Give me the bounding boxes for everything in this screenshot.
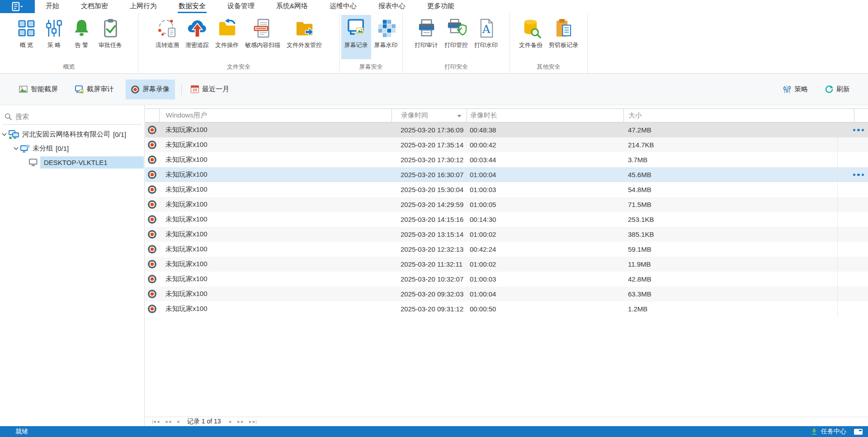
record-icon <box>148 275 156 283</box>
table-row[interactable]: 未知玩家x100 2025-03-20 12:32:13 00:42:24 59… <box>145 242 868 257</box>
next-page-button[interactable]: ► <box>229 419 232 424</box>
computer-tree-panel: 河北安固云网络科技有限公司 [0/1] 未分组 [0/1] DESKTOP-VL… <box>0 105 145 426</box>
ribbon-group-label: 屏幕安全 <box>340 63 402 71</box>
tray-window-icon[interactable] <box>854 429 863 435</box>
file-outgoing-control-button[interactable]: 文件外发管控 <box>283 15 325 59</box>
table-row[interactable]: 未知玩家x100 2025-03-20 09:31:12 00:00:50 1.… <box>145 301 868 316</box>
table-header: Windows用户 录像时间 录像时长 大小 <box>145 108 868 122</box>
chevron-down-icon[interactable] <box>14 147 19 150</box>
row-record-duration: 01:00:04 <box>467 171 623 179</box>
header-size[interactable]: 大小 <box>623 109 854 122</box>
policy-toolbar-button[interactable]: 策略 <box>778 80 813 99</box>
leak-tracking-button[interactable]: 泄密追踪 <box>182 15 212 59</box>
sort-desc-icon[interactable] <box>457 115 462 117</box>
organization-icon <box>9 130 19 139</box>
table-row[interactable]: 未知玩家x100 2025-03-20 17:35:14 00:00:42 21… <box>145 137 868 152</box>
status-text: 就绪 <box>0 428 28 436</box>
row-windows-user: 未知玩家x100 <box>159 290 392 298</box>
header-record-time[interactable]: 录像时间 <box>392 109 467 122</box>
search-input[interactable] <box>15 113 124 120</box>
menu-tab-system-network[interactable]: 系统&网络 <box>275 0 309 13</box>
first-page-button[interactable]: |◄◄ <box>152 419 160 424</box>
header-spacer <box>854 109 868 122</box>
tree-node-ungrouped[interactable]: 未分组 [0/1] <box>0 141 144 155</box>
chevron-down-icon[interactable] <box>2 133 7 136</box>
row-actions-button[interactable] <box>853 174 864 176</box>
row-record-time: 2025-03-20 09:32:03 <box>392 290 467 298</box>
row-record-duration: 01:00:05 <box>467 201 623 208</box>
alert-button[interactable]: 告 警 <box>68 15 95 59</box>
table-row[interactable]: 未知玩家x100 2025-03-20 10:32:07 01:00:03 42… <box>145 272 868 287</box>
table-row[interactable]: 未知玩家x100 2025-03-20 15:30:04 01:00:03 54… <box>145 182 868 197</box>
tree-node-company[interactable]: 河北安固云网络科技有限公司 [0/1] <box>0 127 144 141</box>
menu-tab-start[interactable]: 开始 <box>45 0 60 13</box>
overview-button[interactable]: 概 览 <box>13 15 40 59</box>
table-row[interactable]: 未知玩家x100 2025-03-20 13:15:14 01:00:02 38… <box>145 227 868 242</box>
node-count: [0/1] <box>113 131 126 138</box>
record-icon <box>148 141 156 149</box>
menu-tab-ops-center[interactable]: 运维中心 <box>329 0 358 13</box>
tree-node-computer[interactable]: DESKTOP-VLKTLE1 <box>0 155 144 169</box>
fast-next-page-button[interactable]: ►► <box>237 419 244 424</box>
print-watermark-button[interactable]: 打印水印 <box>471 15 501 59</box>
screen-recording-icon <box>131 85 139 94</box>
record-icon <box>148 215 156 224</box>
smart-screenshot-button[interactable]: 智能截屏 <box>14 80 63 99</box>
screen-record-icon <box>345 18 367 39</box>
menu-tab-data-security[interactable]: 数据安全 <box>178 0 207 13</box>
table-row[interactable]: 未知玩家x100 2025-03-20 14:29:59 01:00:05 71… <box>145 197 868 212</box>
record-icon <box>148 230 156 239</box>
table-row[interactable]: 未知玩家x100 2025-03-20 16:30:07 01:00:04 45… <box>145 167 868 182</box>
screen-recording-button[interactable]: 屏幕录像 <box>126 80 175 99</box>
ribbon: 概 览 策 略 告 警 审批任务 概览 <box>0 13 868 74</box>
approval-tasks-button[interactable]: 审批任务 <box>95 15 125 59</box>
table-row[interactable]: 未知玩家x100 2025-03-20 11:32:11 01:00:02 11… <box>145 257 868 272</box>
print-audit-icon <box>416 18 437 39</box>
view-toolbar: 智能截屏 截屏审计 屏幕录像 23 最近一月 策略 刷新 <box>0 74 868 105</box>
table-row[interactable]: 未知玩家x100 2025-03-20 17:36:09 00:48:38 47… <box>145 122 868 137</box>
menu-tab-device-management[interactable]: 设备管理 <box>226 0 255 13</box>
file-operation-button[interactable]: 文件操作 <box>212 15 242 59</box>
table-row[interactable]: 未知玩家x100 2025-03-20 14:15:16 00:14:30 25… <box>145 212 868 227</box>
screenshot-audit-button[interactable]: 截屏审计 <box>70 80 119 99</box>
refresh-button[interactable]: 刷新 <box>820 80 855 99</box>
computer-icon <box>29 159 38 166</box>
record-icon <box>148 290 156 298</box>
row-record-time: 2025-03-20 17:30:12 <box>392 156 467 164</box>
date-range-button[interactable]: 23 最近一月 <box>185 80 235 99</box>
header-record-duration[interactable]: 录像时长 <box>467 109 623 122</box>
clipboard-record-button[interactable]: 剪切板记录 <box>546 15 581 59</box>
menu-tab-more-features[interactable]: 更多功能 <box>426 0 455 13</box>
policy-button[interactable]: 策 略 <box>40 15 68 59</box>
screen-record-button[interactable]: 屏幕记录 <box>341 15 371 59</box>
row-record-time: 2025-03-20 10:32:07 <box>392 275 467 283</box>
flow-trace-button[interactable]: 流转追溯 <box>152 15 182 59</box>
menu-tab-doc-encryption[interactable]: 文档加密 <box>80 0 109 13</box>
record-count-label: 记录 1 of 13 <box>187 418 221 426</box>
record-icon <box>148 170 156 179</box>
row-record-duration: 01:00:04 <box>467 290 623 298</box>
row-size: 11.9MB <box>623 260 854 268</box>
header-windows-user[interactable]: Windows用户 <box>159 109 392 122</box>
prev-page-button[interactable]: ◄ <box>176 419 179 424</box>
task-center-button[interactable]: 任务中心 <box>811 428 868 436</box>
row-windows-user: 未知玩家x100 <box>159 275 392 283</box>
print-audit-button[interactable]: 打印审计 <box>411 15 441 59</box>
app-menu-button[interactable] <box>0 0 35 13</box>
download-icon <box>811 428 818 435</box>
last-page-button[interactable]: ►►| <box>248 419 256 424</box>
menu-tab-report-center[interactable]: 报表中心 <box>377 0 406 13</box>
fast-prev-page-button[interactable]: ◄◄ <box>164 419 171 424</box>
smart-screenshot-icon <box>19 85 28 93</box>
file-backup-button[interactable]: 文件备份 <box>516 15 546 59</box>
print-control-button[interactable]: 打印管控 <box>441 15 471 59</box>
ribbon-group-label: 概览 <box>0 63 138 71</box>
row-actions-button[interactable] <box>853 129 864 132</box>
row-windows-user: 未知玩家x100 <box>159 185 392 194</box>
menu-tab-internet-behavior[interactable]: 上网行为 <box>129 0 158 13</box>
search-box <box>3 108 142 125</box>
table-row[interactable]: 未知玩家x100 2025-03-20 17:30:12 00:03:44 3.… <box>145 152 868 167</box>
screen-watermark-button[interactable]: 屏幕水印 <box>371 15 401 59</box>
table-row[interactable]: 未知玩家x100 2025-03-20 09:32:03 01:00:04 63… <box>145 287 868 301</box>
sensitive-content-scan-button[interactable]: 敏感内容扫描 <box>242 15 283 59</box>
